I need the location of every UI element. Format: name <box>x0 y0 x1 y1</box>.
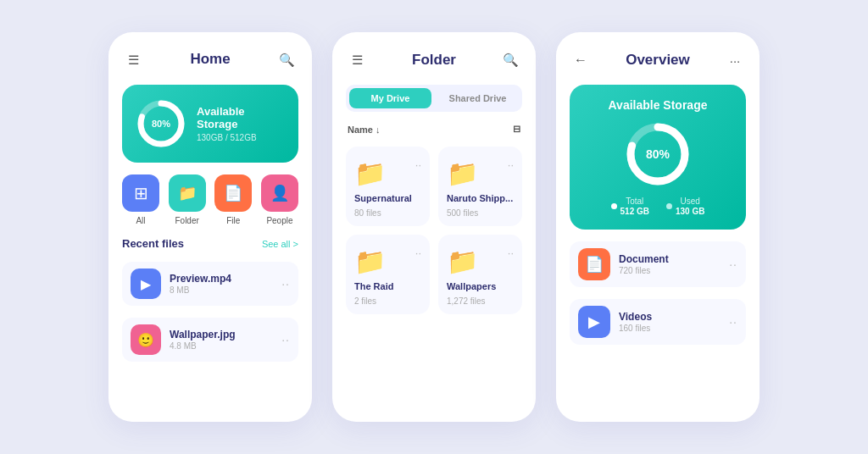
preview-name: Preview.mp4 <box>170 273 273 285</box>
home-storage-label: Available Storage <box>197 105 285 130</box>
action-folder[interactable]: 📁 Folder <box>169 174 206 225</box>
folder-wallpapers-header: 📁 ·· <box>447 246 514 276</box>
folder-wallpapers-dots[interactable]: ·· <box>508 246 514 259</box>
folder-title: Folder <box>412 52 456 69</box>
legend-total: Total 512 GB <box>611 197 649 216</box>
overview-header: ← Overview ··· <box>570 49 746 71</box>
folder-search-icon[interactable]: 🔍 <box>500 49 522 71</box>
legend-total-dot <box>611 203 617 209</box>
recent-files-header: Recent files See all > <box>122 237 298 250</box>
back-icon[interactable]: ← <box>570 49 592 71</box>
tab-shared-drive[interactable]: Shared Drive <box>437 88 519 108</box>
folder-the-raid-dots[interactable]: ·· <box>415 246 421 259</box>
legend-used-dot <box>666 203 672 209</box>
folder-supernatural-icon: 📁 <box>354 158 386 188</box>
folder-supernatural[interactable]: 📁 ·· Supernatural 80 files <box>346 147 430 226</box>
action-people[interactable]: 👤 People <box>261 174 298 225</box>
folder-screen: ☰ Folder 🔍 My Drive Shared Drive Name ↓ … <box>332 32 536 422</box>
tab-my-drive[interactable]: My Drive <box>349 88 431 108</box>
videos-dots[interactable]: ·· <box>729 315 737 329</box>
more-icon[interactable]: ··· <box>724 49 746 71</box>
folder-the-raid-icon: 📁 <box>354 246 386 276</box>
folder-header: ☰ Folder 🔍 <box>346 49 522 71</box>
overview-storage-card: Available Storage 80% Total 512 GB <box>570 85 746 230</box>
overview-donut-label: 80% <box>646 147 670 161</box>
recent-files-title: Recent files <box>122 237 184 250</box>
home-header: ☰ Home 🔍 <box>122 49 298 71</box>
file-item-wallpaper: 🙂 Wallpaper.jpg 4.8 MB ·· <box>122 318 298 362</box>
wallpaper-details: Wallpaper.jpg 4.8 MB <box>170 329 273 351</box>
folder-icon: 📁 <box>169 174 206 212</box>
folder-naruto-dots[interactable]: ·· <box>508 158 514 171</box>
document-dots[interactable]: ·· <box>729 257 737 271</box>
screens-container: ☰ Home 🔍 80% Available Storage 130GB / 5… <box>108 32 760 422</box>
folder-list-header: Name ↓ ⊟ <box>346 124 522 135</box>
folder-menu-icon[interactable]: ☰ <box>346 49 368 71</box>
quick-actions: ⊞ All 📁 Folder 📄 File 👤 People <box>122 174 298 225</box>
all-label: All <box>136 216 145 225</box>
folder-supernatural-count: 80 files <box>354 208 421 218</box>
wallpaper-name: Wallpaper.jpg <box>170 329 273 340</box>
overview-title: Overview <box>626 52 690 69</box>
home-storage-card: 80% Available Storage 130GB / 512GB <box>122 85 298 163</box>
wallpaper-icon: 🙂 <box>131 324 161 355</box>
document-count: 720 files <box>619 266 721 275</box>
folder-the-raid-name: The Raid <box>354 281 421 291</box>
videos-name: Videos <box>619 311 721 323</box>
wallpaper-size: 4.8 MB <box>170 341 273 351</box>
action-all[interactable]: ⊞ All <box>122 174 159 225</box>
home-storage-info: Available Storage 130GB / 512GB <box>197 105 285 142</box>
overview-videos: ▶ Videos 160 files ·· <box>570 299 746 345</box>
people-label: People <box>266 216 292 225</box>
legend-total-value: 512 GB <box>620 207 649 216</box>
preview-dots[interactable]: ·· <box>281 277 290 291</box>
document-name: Document <box>619 253 721 265</box>
legend-used-value: 130 GB <box>676 207 704 216</box>
folder-supernatural-name: Supernatural <box>354 193 421 203</box>
folder-wallpapers[interactable]: 📁 ·· Wallpapers 1,272 files <box>438 235 522 314</box>
folder-the-raid[interactable]: 📁 ·· The Raid 2 files <box>346 235 430 314</box>
preview-size: 8 MB <box>170 285 273 295</box>
folder-wallpapers-count: 1,272 files <box>447 296 514 306</box>
view-icon[interactable]: ⊟ <box>513 124 520 135</box>
legend-total-label: Total <box>626 197 643 206</box>
document-details: Document 720 files <box>619 253 721 275</box>
home-donut-chart: 80% <box>136 98 186 149</box>
folder-the-raid-count: 2 files <box>354 296 421 306</box>
folder-tab-bar: My Drive Shared Drive <box>346 85 522 112</box>
preview-icon: ▶ <box>131 269 161 299</box>
home-title: Home <box>190 51 230 68</box>
folder-naruto-name: Naruto Shipp... <box>447 193 514 203</box>
overview-donut: 80% <box>624 120 692 188</box>
folder-naruto-count: 500 files <box>447 208 514 218</box>
file-item-preview: ▶ Preview.mp4 8 MB ·· <box>122 262 298 306</box>
legend-total-info: Total 512 GB <box>620 197 649 216</box>
see-all-link[interactable]: See all > <box>262 239 298 249</box>
name-label: Name ↓ <box>348 125 381 135</box>
home-screen: ☰ Home 🔍 80% Available Storage 130GB / 5… <box>108 32 312 422</box>
videos-icon: ▶ <box>578 306 610 338</box>
all-icon: ⊞ <box>122 174 159 212</box>
wallpaper-dots[interactable]: ·· <box>281 333 290 346</box>
file-label: File <box>226 216 240 225</box>
folder-wallpapers-name: Wallpapers <box>447 281 514 291</box>
folder-supernatural-dots[interactable]: ·· <box>415 158 421 171</box>
home-storage-sub: 130GB / 512GB <box>197 133 285 142</box>
legend-used-info: Used 130 GB <box>676 197 704 216</box>
search-icon[interactable]: 🔍 <box>276 49 298 71</box>
folder-wallpapers-icon: 📁 <box>447 246 478 276</box>
menu-icon[interactable]: ☰ <box>122 49 144 71</box>
action-file[interactable]: 📄 File <box>214 174 252 225</box>
folder-the-raid-header: 📁 ·· <box>354 246 421 276</box>
folder-naruto[interactable]: 📁 ·· Naruto Shipp... 500 files <box>438 147 522 226</box>
overview-document: 📄 Document 720 files ·· <box>570 241 746 287</box>
folder-naruto-header: 📁 ·· <box>447 158 514 188</box>
folder-naruto-icon: 📁 <box>447 158 478 188</box>
folder-supernatural-header: 📁 ·· <box>354 158 421 188</box>
videos-details: Videos 160 files <box>619 311 721 333</box>
document-icon: 📄 <box>578 248 610 280</box>
videos-count: 160 files <box>619 324 721 333</box>
overview-screen: ← Overview ··· Available Storage 80% Tot… <box>556 32 760 422</box>
file-icon: 📄 <box>214 174 252 212</box>
legend-used-label: Used <box>681 197 700 206</box>
